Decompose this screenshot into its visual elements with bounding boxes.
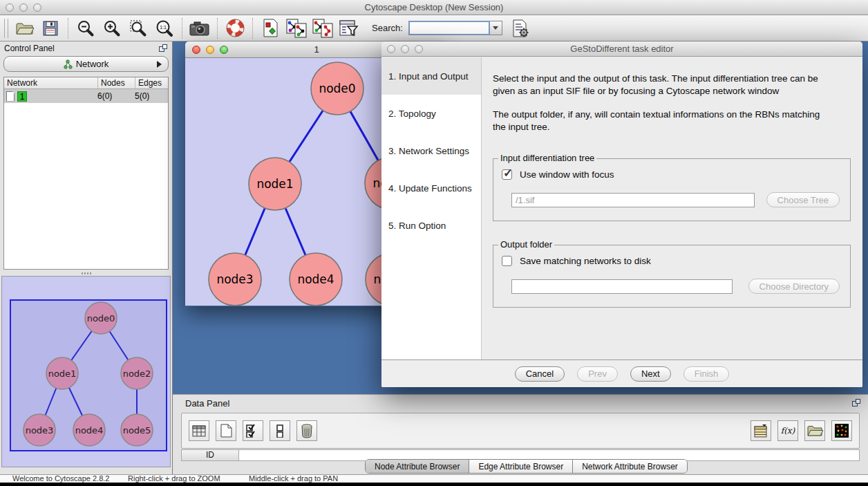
select-attributes-button[interactable] bbox=[243, 420, 263, 441]
minimize-icon[interactable] bbox=[19, 3, 28, 12]
cytoscape-desktop: Cytoscape Desktop (New Session) 1:1 Sear… bbox=[0, 0, 868, 486]
wizard-step[interactable]: 4. Update Functions bbox=[381, 169, 481, 207]
document-icon bbox=[6, 91, 15, 102]
new-attribute-button[interactable] bbox=[216, 420, 236, 441]
function-builder-button[interactable]: f(x) bbox=[777, 420, 798, 441]
unselect-attributes-button[interactable] bbox=[270, 420, 290, 441]
panel-splitter[interactable] bbox=[0, 271, 172, 276]
finish-button[interactable]: Finish bbox=[683, 366, 730, 382]
zoom-out-button[interactable] bbox=[73, 17, 99, 39]
id-column-header[interactable]: ID bbox=[181, 449, 239, 461]
status-bar: Welcome to Cytoscape 2.8.2Right-click + … bbox=[0, 474, 868, 483]
zoom-window-icon[interactable] bbox=[415, 45, 423, 53]
save-button[interactable] bbox=[37, 17, 64, 39]
dialog-titlebar[interactable]: GeStoDifferent task editor bbox=[381, 41, 862, 57]
control-panel-title: Control Panel bbox=[4, 44, 55, 53]
data-panel-title: Data Panel bbox=[185, 398, 229, 409]
zoom-fit-button[interactable]: 1:1 bbox=[151, 17, 178, 39]
toolbar-grip[interactable] bbox=[4, 19, 8, 38]
svg-text:node4: node4 bbox=[75, 425, 104, 436]
screen-edge bbox=[0, 483, 868, 486]
gestodifferent-dialog[interactable]: GeStoDifferent task editor 1. Input and … bbox=[381, 41, 862, 387]
new-attribute-icon bbox=[220, 424, 232, 438]
close-icon[interactable] bbox=[192, 46, 200, 54]
minimize-icon[interactable] bbox=[206, 46, 214, 54]
help-button[interactable] bbox=[222, 17, 248, 39]
toolbar-separator bbox=[217, 18, 218, 39]
column-header[interactable]: Nodes bbox=[97, 77, 135, 88]
select-attributes-icon bbox=[245, 424, 261, 438]
status-text: Right-click + drag to ZOOM bbox=[128, 475, 220, 483]
tab-node-attribute-browser[interactable]: Node Attribute Browser bbox=[366, 460, 469, 473]
search-combo bbox=[408, 21, 502, 35]
zoom-window-icon[interactable] bbox=[33, 3, 41, 12]
float-panel-icon[interactable] bbox=[852, 399, 861, 407]
vizmapper-button[interactable] bbox=[257, 17, 283, 39]
use-window-checkbox[interactable] bbox=[502, 169, 512, 180]
column-header[interactable]: Network bbox=[4, 77, 97, 88]
copy-network-button[interactable] bbox=[310, 17, 336, 39]
function-builder-icon: f(x) bbox=[781, 426, 795, 436]
heatmap-icon bbox=[835, 424, 849, 438]
network-table-body: 16(0)5(0) bbox=[4, 89, 168, 103]
window-controls[interactable] bbox=[6, 3, 41, 12]
save-networks-checkbox[interactable] bbox=[502, 256, 512, 266]
zoom-in-icon bbox=[103, 19, 121, 37]
table-cell: 6(0) bbox=[97, 91, 135, 101]
unselect-attributes-icon bbox=[275, 424, 285, 438]
cancel-button[interactable]: Cancel bbox=[515, 366, 565, 382]
chevron-right-icon[interactable] bbox=[157, 61, 162, 68]
attribute-list-button[interactable] bbox=[751, 420, 771, 441]
wizard-steps: 1. Input and Output2. Topology3. Network… bbox=[381, 57, 482, 359]
table-cell: 5(0) bbox=[135, 91, 168, 101]
heatmap-button[interactable] bbox=[831, 420, 852, 441]
dialog-window-controls[interactable] bbox=[387, 45, 423, 53]
choose-tree-button[interactable]: Choose Tree bbox=[766, 192, 840, 207]
preferences-icon bbox=[512, 19, 530, 37]
minimize-icon[interactable] bbox=[401, 45, 409, 53]
network-list: NetworkNodesEdges 16(0)5(0) bbox=[3, 77, 169, 270]
import-attributes-button[interactable] bbox=[804, 420, 825, 441]
wizard-step[interactable]: 2. Topology bbox=[381, 95, 481, 132]
input-tree-field[interactable] bbox=[511, 193, 755, 207]
zoom-in-button[interactable] bbox=[99, 17, 125, 39]
control-panel: Control Panel Network NetworkNodesEdges … bbox=[0, 41, 173, 474]
float-panel-icon[interactable] bbox=[159, 44, 168, 53]
birdseye-view[interactable]: node0node1node2node3node4node5 bbox=[1, 276, 171, 467]
next-button[interactable]: Next bbox=[630, 366, 671, 382]
wizard-step[interactable]: 5. Run Option bbox=[381, 207, 481, 244]
column-header[interactable]: Edges bbox=[135, 77, 168, 88]
tab-edge-attribute-browser[interactable]: Edge Attribute Browser bbox=[469, 460, 572, 473]
svg-text:node2: node2 bbox=[123, 368, 151, 379]
tab-network-attribute-browser[interactable]: Network Attribute Browser bbox=[572, 460, 687, 473]
data-panel-toolbar: f(x) bbox=[181, 413, 860, 449]
delete-attribute-button[interactable] bbox=[296, 420, 317, 441]
search-input[interactable] bbox=[408, 21, 490, 35]
table-grid-button[interactable] bbox=[189, 420, 209, 441]
network-row[interactable]: 16(0)5(0) bbox=[4, 89, 168, 103]
network-window-controls[interactable] bbox=[192, 46, 228, 54]
new-network-button[interactable] bbox=[283, 17, 310, 39]
snapshot-button[interactable] bbox=[187, 17, 213, 39]
filter-button[interactable] bbox=[336, 17, 362, 39]
network-name-badge: 1 bbox=[17, 91, 27, 102]
preferences-button[interactable] bbox=[508, 17, 534, 39]
tab-network[interactable]: Network bbox=[3, 56, 169, 72]
close-icon[interactable] bbox=[387, 45, 395, 53]
search-dropdown-button[interactable] bbox=[490, 21, 502, 35]
choose-directory-button[interactable]: Choose Directory bbox=[748, 279, 840, 294]
close-icon[interactable] bbox=[6, 3, 14, 12]
copy-network-icon bbox=[312, 19, 333, 38]
svg-text:node0: node0 bbox=[87, 313, 115, 324]
output-folder-field[interactable] bbox=[511, 279, 733, 294]
open-button[interactable] bbox=[11, 17, 37, 39]
toolbar-separator bbox=[182, 18, 182, 39]
new-network-icon bbox=[286, 19, 307, 38]
zoom-selected-button[interactable] bbox=[125, 17, 151, 39]
wizard-page: Select the input and the output of this … bbox=[482, 57, 862, 359]
zoom-window-icon[interactable] bbox=[220, 46, 228, 54]
prev-button[interactable]: Prev bbox=[577, 366, 618, 382]
wizard-step[interactable]: 3. Network Settings bbox=[381, 132, 481, 169]
wizard-step[interactable]: 1. Input and Output bbox=[381, 57, 481, 95]
search-label: Search: bbox=[372, 23, 403, 33]
